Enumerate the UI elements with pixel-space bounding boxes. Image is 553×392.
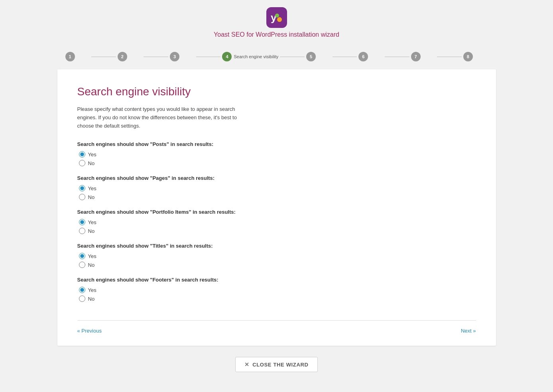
radio-item-2-1[interactable]: No — [79, 228, 476, 234]
step-circle-4: 4 — [222, 52, 232, 61]
step-circle-1: 1 — [65, 52, 75, 61]
step-line-4 — [280, 57, 305, 57]
radio-label-1-1: No — [88, 194, 95, 200]
radio-label-2-1: No — [88, 228, 95, 234]
radio-input-1-1[interactable] — [79, 194, 85, 200]
svg-text:y: y — [271, 12, 277, 24]
radio-label-3-1: No — [88, 262, 95, 268]
radio-item-1-0[interactable]: Yes — [79, 185, 476, 191]
main-card: Search engine visibility Please specify … — [57, 69, 496, 346]
nav-row: « Previous Next » — [77, 328, 476, 334]
step-line-2 — [144, 57, 168, 57]
radio-input-3-1[interactable] — [79, 262, 85, 268]
close-wizard-bar: ✕ CLOSE THE WIZARD — [0, 357, 553, 372]
divider — [77, 320, 476, 321]
section-label-1: Search engines should show "Pages" in se… — [77, 175, 476, 181]
radio-label-4-1: No — [88, 296, 95, 302]
radio-input-1-0[interactable] — [79, 185, 85, 191]
radio-input-0-1[interactable] — [79, 160, 85, 166]
radio-item-3-1[interactable]: No — [79, 262, 476, 268]
radio-group-4: YesNo — [79, 287, 476, 302]
step-item-5: 5 — [306, 52, 331, 61]
form-section-4: Search engines should show "Footers" in … — [77, 277, 476, 302]
app-title: Yoast SEO for WordPress installation wiz… — [214, 31, 339, 38]
yoast-logo: y — [266, 7, 287, 28]
card-title: Search engine visibility — [77, 85, 476, 98]
radio-item-0-0[interactable]: Yes — [79, 151, 476, 158]
radio-input-2-0[interactable] — [79, 219, 85, 225]
radio-input-4-1[interactable] — [79, 295, 85, 302]
card-description: Please specify what content types you wo… — [77, 105, 245, 130]
svg-point-2 — [275, 14, 279, 18]
radio-label-4-0: Yes — [88, 287, 96, 293]
step-circle-5: 5 — [306, 52, 316, 61]
form-section-3: Search engines should show "Titles" in s… — [77, 243, 476, 268]
radio-item-2-0[interactable]: Yes — [79, 219, 476, 225]
step-line-7 — [437, 57, 462, 57]
step-item-8: 8 — [463, 52, 488, 61]
radio-group-1: YesNo — [79, 185, 476, 200]
form-section-0: Search engines should show "Posts" in se… — [77, 141, 476, 166]
close-wizard-label: CLOSE THE WIZARD — [252, 362, 308, 368]
radio-label-2-0: Yes — [88, 219, 96, 225]
stepper: 1234Search engine visibility5678 — [57, 52, 496, 61]
radio-label-0-0: Yes — [88, 152, 96, 158]
section-label-4: Search engines should show "Footers" in … — [77, 277, 476, 283]
step-line-6 — [385, 57, 409, 57]
close-x-icon: ✕ — [244, 361, 250, 368]
section-label-2: Search engines should show "Portfolio It… — [77, 209, 476, 215]
section-label-0: Search engines should show "Posts" in se… — [77, 141, 476, 147]
step-item-2: 2 — [118, 52, 142, 61]
step-circle-8: 8 — [463, 52, 473, 61]
step-item-7: 7 — [411, 52, 436, 61]
radio-group-2: YesNo — [79, 219, 476, 234]
step-item-6: 6 — [358, 52, 383, 61]
previous-link[interactable]: « Previous — [77, 328, 102, 334]
step-line-1 — [91, 57, 116, 57]
step-item-3: 3 — [170, 52, 195, 61]
close-wizard-button[interactable]: ✕ CLOSE THE WIZARD — [235, 357, 317, 372]
radio-item-4-1[interactable]: No — [79, 295, 476, 302]
radio-input-0-0[interactable] — [79, 151, 85, 158]
radio-label-3-0: Yes — [88, 253, 96, 259]
form-section-1: Search engines should show "Pages" in se… — [77, 175, 476, 200]
step-circle-7: 7 — [411, 52, 421, 61]
step-circle-3: 3 — [170, 52, 179, 61]
radio-item-0-1[interactable]: No — [79, 160, 476, 166]
radio-label-0-1: No — [88, 160, 95, 166]
step-circle-6: 6 — [358, 52, 368, 61]
radio-item-1-1[interactable]: No — [79, 194, 476, 200]
svg-point-1 — [277, 17, 282, 22]
radio-group-3: YesNo — [79, 253, 476, 268]
radio-label-1-0: Yes — [88, 185, 96, 191]
page-header: y Yoast SEO for WordPress installation w… — [0, 0, 553, 45]
step-circle-2: 2 — [118, 52, 127, 61]
form-section-2: Search engines should show "Portfolio It… — [77, 209, 476, 234]
next-link[interactable]: Next » — [461, 328, 476, 334]
radio-group-0: YesNo — [79, 151, 476, 166]
radio-input-2-1[interactable] — [79, 228, 85, 234]
step-label-4: Search engine visibility — [234, 54, 278, 59]
step-item-1: 1 — [65, 52, 90, 61]
radio-input-4-0[interactable] — [79, 287, 85, 293]
step-line-5 — [333, 57, 357, 57]
radio-input-3-0[interactable] — [79, 253, 85, 259]
radio-item-3-0[interactable]: Yes — [79, 253, 476, 259]
radio-item-4-0[interactable]: Yes — [79, 287, 476, 293]
step-line-3 — [196, 57, 221, 57]
section-label-3: Search engines should show "Titles" in s… — [77, 243, 476, 249]
step-item-4: 4Search engine visibility — [222, 52, 278, 61]
